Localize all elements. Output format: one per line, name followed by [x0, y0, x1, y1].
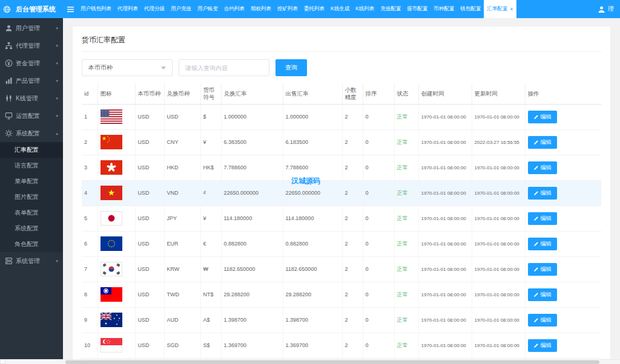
cell-exchange-rate: 1.369700 [221, 333, 283, 358]
cell-quote-currency: VND [164, 180, 200, 206]
cell-sort: 0 [363, 333, 394, 358]
cell-actions: 编辑 [525, 180, 601, 206]
edit-button[interactable]: 编辑 [528, 263, 557, 276]
cell-quote-currency: EUR [164, 231, 200, 256]
cell-quote-currency: KRW [164, 256, 200, 282]
cell-sort: 0 [363, 231, 394, 256]
tab-代理列表[interactable]: 代理列表 [114, 0, 141, 18]
table-row[interactable]: 4USDVND₫22650.00000022650.00000020正常1970… [82, 180, 601, 206]
hamburger-menu-icon[interactable] [63, 0, 78, 18]
cell-sell-rate: 1182.650000 [283, 256, 342, 282]
table-row[interactable]: 5USDJPY¥114.180000114.18000020正常1970-01-… [82, 206, 601, 231]
cell-actions: 编辑 [525, 333, 601, 358]
sidebar-item-资金管理[interactable]: 资金管理▾ [0, 54, 63, 72]
tab-用户钱包列表[interactable]: 用户钱包列表 [78, 0, 114, 18]
cell-base-currency: USD [135, 333, 164, 358]
edit-button[interactable]: 编辑 [528, 288, 557, 301]
cell-updated-at: 1970-01-01 08:00:00 [472, 282, 525, 307]
sidebar-subitem-语言配置[interactable]: 语言配置 [0, 158, 63, 174]
sidebar-item-运营配置[interactable]: 运营配置▾ [0, 107, 63, 125]
sidebar-subitem-系统配置[interactable]: 系统配置 [0, 221, 63, 236]
edit-button[interactable]: 编辑 [528, 314, 557, 327]
sidebar-item-系统管理[interactable]: 系统管理▾ [0, 252, 63, 270]
sidebar-subitem-图片配置[interactable]: 图片配置 [0, 189, 63, 205]
search-button[interactable]: 查询 [275, 59, 307, 76]
cell-id: 8 [82, 282, 97, 307]
edit-button[interactable]: 编辑 [528, 187, 557, 200]
chevron-down-icon: ▾ [56, 259, 58, 264]
sidebar-subitem-汇率配置[interactable]: 汇率配置 [0, 142, 63, 158]
tab-提币配置[interactable]: 提币配置 [404, 0, 430, 18]
tab-用户账变[interactable]: 用户账变 [194, 0, 221, 18]
edit-button[interactable]: 编辑 [528, 161, 557, 174]
sidebar-subitem-label: 语言配置 [15, 161, 58, 170]
sidebar-item-产品管理[interactable]: 产品管理▾ [0, 72, 63, 89]
edit-button[interactable]: 编辑 [528, 111, 557, 123]
sidebar-subitem-角色配置[interactable]: 角色配置 [0, 236, 63, 252]
cell-sort: 0 [363, 307, 394, 333]
sidebar-item-K线管理[interactable]: K线管理▾ [0, 89, 63, 107]
tab-K线生成[interactable]: K线生成 [328, 0, 352, 18]
sidebar-item-label: 代理管理 [16, 42, 53, 50]
tab-充值配置[interactable]: 充值配置 [377, 0, 404, 18]
cell-updated-at: 1970-01-01 08:00:00 [472, 307, 525, 333]
cell-actions: 编辑 [525, 256, 601, 282]
table-row[interactable]: 1USDUSD$1.0000001.00000020正常1970-01-01 0… [82, 104, 601, 129]
operations-icon [5, 112, 13, 120]
user-menu[interactable]: 理 [592, 0, 620, 18]
tab-合约列表[interactable]: 合约列表 [221, 0, 248, 18]
close-tab-icon[interactable]: × [510, 7, 513, 12]
horizontal-scrollbar-track[interactable] [0, 359, 620, 364]
main-content: 货币汇率配置 本币币种 查询 id图标本币币种兑换币种货币符号兑换汇率出售汇率小… [63, 18, 620, 359]
edit-button[interactable]: 编辑 [528, 212, 557, 225]
table-row[interactable]: 10USDSGDS$1.3697001.36970020正常1970-01-01… [82, 333, 601, 358]
cell-sell-rate: 1.000000 [283, 104, 342, 129]
cell-sort: 0 [363, 129, 394, 155]
tab-K线列表[interactable]: K线列表 [352, 0, 377, 18]
currency-type-select[interactable]: 本币币种 [82, 59, 173, 76]
table-row[interactable]: 3USDHKDHK$7.7886007.78860020正常1970-01-01… [82, 155, 601, 180]
cell-updated-at: 2022-03-27 16:56:55 [472, 129, 525, 155]
tab-钱包配置[interactable]: 钱包配置 [457, 0, 484, 18]
cell-updated-at: 1970-01-01 08:00:00 [472, 256, 525, 282]
tab-挖矿列表[interactable]: 挖矿列表 [274, 0, 301, 18]
table-row[interactable]: 7USDKRW₩1182.6500001182.65000020正常1970-0… [82, 256, 601, 282]
edit-button[interactable]: 编辑 [528, 136, 557, 149]
tab-汇率配置[interactable]: 汇率配置× [484, 0, 516, 18]
sidebar-subitem-label: 角色配置 [15, 240, 58, 249]
scrollbar-corner [0, 359, 5, 364]
tab-label: 合约列表 [224, 5, 245, 13]
edit-button[interactable]: 编辑 [528, 339, 557, 352]
tab-币种配置[interactable]: 币种配置 [430, 0, 457, 18]
tab-label: 挖矿列表 [277, 5, 298, 13]
tab-label: K线列表 [355, 5, 374, 13]
sidebar-subitem-菜单配置[interactable]: 菜单配置 [0, 174, 63, 189]
horizontal-scrollbar-thumb[interactable] [65, 360, 599, 364]
table-row[interactable]: 6USDEUR€0.8828000.88280020正常1970-01-01 0… [82, 231, 601, 256]
cell-exchange-rate: 29.288200 [221, 282, 283, 307]
tab-期权列表[interactable]: 期权列表 [248, 0, 274, 18]
table-row[interactable]: 8USDTWDNT$29.28820029.28820020正常1970-01-… [82, 282, 601, 307]
tab-label: 期权列表 [251, 5, 271, 13]
sidebar-subitem-表单配置[interactable]: 表单配置 [0, 205, 63, 221]
edit-button[interactable]: 编辑 [528, 238, 557, 250]
app-window: 后台管理系统 用户钱包列表代理列表代理分级用户充值用户账变合约列表期权列表挖矿列… [0, 0, 620, 364]
cell-quote-currency: TWD [164, 282, 200, 307]
tab-委托列表[interactable]: 委托列表 [301, 0, 328, 18]
sidebar-item-代理管理[interactable]: 代理管理▾ [0, 37, 63, 54]
cell-sell-rate: 7.788600 [283, 155, 342, 180]
cell-base-currency: USD [135, 282, 164, 307]
search-input[interactable] [179, 59, 269, 76]
cell-exchange-rate: 1.000000 [221, 104, 283, 129]
sidebar-item-系统配置[interactable]: 系统配置▴ [0, 125, 63, 142]
table-row[interactable]: 9USDAUDA$1.3987001.39870020正常1970-01-01 … [82, 307, 601, 333]
sidebar-item-用户管理[interactable]: 用户管理▾ [0, 19, 63, 37]
column-header-出售汇率: 出售汇率 [283, 83, 342, 104]
tab-代理分级[interactable]: 代理分级 [141, 0, 168, 18]
cell-created-at: 1970-01-01 08:00:00 [418, 155, 472, 180]
table-row[interactable]: 2USDCNY¥6.3835006.18350020正常1970-01-01 0… [82, 129, 601, 155]
tab-用户充值[interactable]: 用户充值 [168, 0, 194, 18]
cell-created-at: 1970-01-01 08:00:00 [418, 206, 472, 231]
cell-exchange-rate: 7.788600 [221, 155, 283, 180]
cell-actions: 编辑 [525, 155, 601, 180]
